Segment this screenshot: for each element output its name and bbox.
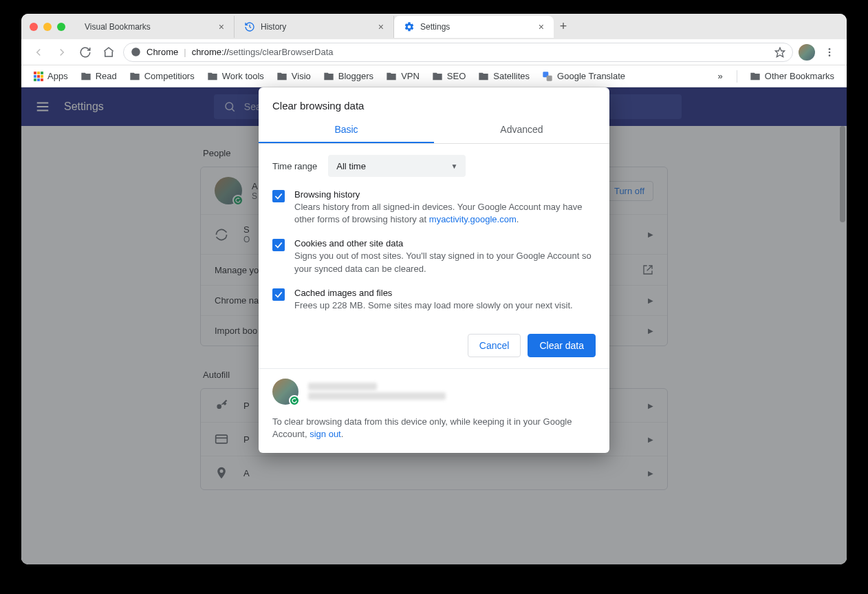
back-button[interactable] [30, 43, 47, 61]
maximize-window-button[interactable] [57, 23, 65, 31]
checkbox-browsing-history[interactable] [272, 190, 285, 202]
folder-icon [276, 71, 287, 82]
close-tab-icon[interactable]: × [376, 20, 387, 34]
bookmark-folder[interactable]: Work tools [203, 68, 268, 85]
checkbox-cookies[interactable] [272, 239, 285, 251]
option-desc: Signs you out of most sites. You'll stay… [294, 250, 596, 275]
cancel-button[interactable]: Cancel [468, 334, 521, 357]
tab-history[interactable]: History × [235, 16, 394, 38]
svg-marker-1 [775, 47, 784, 56]
omnibox-path: settings/clearBrowserData [229, 47, 334, 57]
option-title: Cookies and other site data [294, 238, 596, 248]
folder-icon [207, 71, 218, 82]
option-cookies: Cookies and other site data Signs you ou… [272, 238, 596, 275]
bookmark-folder[interactable]: Visio [272, 68, 315, 85]
folder-icon [129, 71, 140, 82]
gear-icon [404, 21, 415, 32]
dialog-footer: To clear browsing data from this device … [259, 368, 609, 453]
browser-window: Visual Bookmarks × History × Settings × … [21, 14, 847, 564]
select-value: All time [336, 161, 366, 171]
time-range-label: Time range [272, 161, 317, 171]
bookmark-label: Apps [47, 71, 68, 81]
clear-data-button[interactable]: Clear data [528, 334, 596, 357]
dialog-title: Clear browsing data [259, 87, 609, 117]
user-avatar [272, 379, 299, 405]
time-range-select[interactable]: All time ▼ [328, 155, 466, 177]
bookmark-folder[interactable]: Competitiors [125, 68, 199, 85]
dialog-body: Time range All time ▼ Browsing history C… [259, 144, 609, 330]
option-cached: Cached images and files Frees up 228 MB.… [272, 288, 596, 312]
omnibox-host: chrome:// [192, 47, 229, 57]
apps-icon [34, 72, 43, 81]
bookmark-label: Work tools [222, 71, 264, 81]
folder-icon [386, 71, 397, 82]
svg-point-2 [829, 48, 831, 50]
tab-label: History [261, 22, 370, 32]
dialog-tabs: Basic Advanced [259, 117, 609, 144]
tab-label: Visual Bookmarks [85, 22, 210, 32]
translate-icon [542, 71, 553, 82]
bookmarks-bar: Apps ReadCompetitiorsWork toolsVisioBlog… [21, 65, 847, 87]
svg-point-0 [131, 47, 140, 56]
bookmark-folder[interactable]: Satellites [474, 68, 534, 85]
bookmark-star-icon[interactable] [774, 47, 785, 58]
bookmark-folder[interactable]: VPN [382, 68, 424, 85]
profile-avatar[interactable] [799, 44, 815, 61]
sign-out-link[interactable]: sign out [310, 429, 341, 439]
bookmark-label: Bloggers [338, 71, 373, 81]
dialog-actions: Cancel Clear data [259, 330, 609, 368]
tab-basic[interactable]: Basic [259, 117, 434, 143]
svg-point-3 [829, 51, 831, 53]
tab-label: Settings [420, 22, 530, 32]
folder-icon [80, 71, 91, 82]
tab-visual-bookmarks[interactable]: Visual Bookmarks × [75, 16, 235, 38]
close-tab-icon[interactable]: × [536, 20, 547, 34]
bookmark-label: SEO [447, 71, 466, 81]
folder-icon [432, 71, 443, 82]
history-icon [244, 21, 255, 32]
tab-advanced[interactable]: Advanced [434, 117, 609, 143]
close-tab-icon[interactable]: × [216, 20, 227, 34]
option-desc: Frees up 228 MB. Some sites may load mor… [294, 299, 573, 312]
home-button[interactable] [100, 43, 118, 61]
bookmarks-overflow[interactable]: » [713, 68, 728, 84]
omnibox-scheme: Chrome [147, 47, 178, 57]
window-controls [30, 23, 65, 31]
toolbar: Chrome | chrome://settings/clearBrowserD… [21, 39, 847, 65]
sync-badge-icon [289, 395, 300, 406]
bookmark-label: Other Bookmarks [765, 71, 834, 81]
close-window-button[interactable] [30, 23, 38, 31]
forward-button[interactable] [53, 43, 71, 61]
checkbox-cached[interactable] [272, 288, 285, 301]
option-title: Cached images and files [294, 288, 573, 298]
page-content: Settings Search settings People A S Turn… [21, 87, 847, 564]
tab-settings[interactable]: Settings × [394, 16, 554, 38]
reload-button[interactable] [76, 43, 94, 61]
chrome-icon [131, 47, 141, 57]
svg-rect-6 [547, 75, 552, 81]
myactivity-link[interactable]: myactivity.google.com [429, 214, 517, 224]
minimize-window-button[interactable] [43, 23, 52, 31]
bookmark-google-translate[interactable]: Google Translate [538, 68, 629, 85]
bookmark-label: Competitiors [144, 71, 195, 81]
address-bar[interactable]: Chrome | chrome://settings/clearBrowserD… [123, 43, 793, 62]
clear-browsing-data-dialog: Clear browsing data Basic Advanced Time … [259, 87, 609, 453]
redacted-email [308, 392, 446, 400]
bookmark-label: Visio [292, 71, 311, 81]
new-tab-button[interactable]: + [554, 17, 573, 36]
kebab-menu-button[interactable] [821, 43, 838, 61]
chevron-down-icon: ▼ [451, 162, 457, 170]
bookmark-label: Google Translate [557, 71, 625, 81]
footer-message: To clear browsing data from this device … [272, 416, 596, 441]
bookmark-folder[interactable]: Read [76, 68, 121, 85]
option-browsing-history: Browsing history Clears history from all… [272, 189, 596, 226]
apps-shortcut[interactable]: Apps [30, 68, 72, 84]
svg-point-4 [829, 54, 831, 56]
bookmark-folder[interactable]: Bloggers [319, 68, 378, 85]
bookmark-label: VPN [401, 71, 420, 81]
bookmark-label: Read [96, 71, 117, 81]
folder-icon [750, 71, 761, 82]
redacted-name [308, 383, 377, 390]
bookmark-folder[interactable]: SEO [428, 68, 470, 85]
other-bookmarks-folder[interactable]: Other Bookmarks [746, 68, 838, 85]
